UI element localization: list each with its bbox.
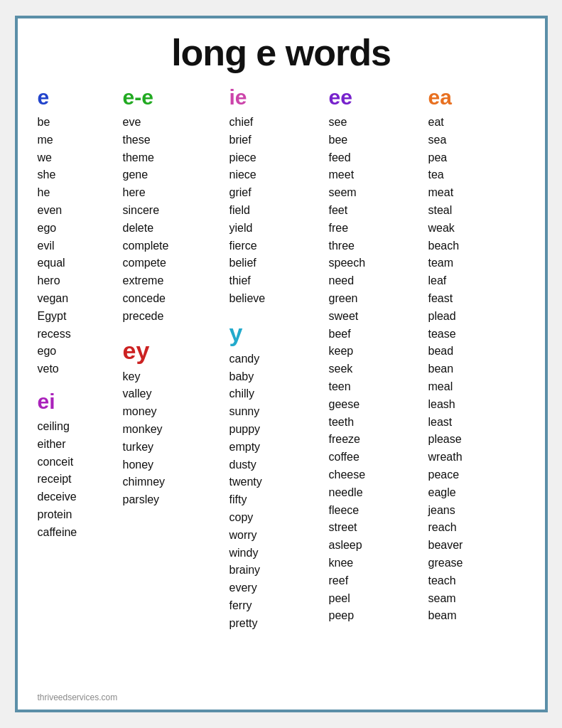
- list-item: fifty: [229, 491, 322, 509]
- list-item: fierce: [229, 237, 322, 255]
- list-item: coffee: [329, 449, 421, 466]
- list-item: conceit: [38, 454, 116, 471]
- list-item: vegan: [38, 290, 116, 308]
- list-item: asleep: [329, 537, 421, 555]
- list-item: twenty: [229, 473, 322, 491]
- list-item: peace: [428, 466, 521, 484]
- list-item: reach: [428, 519, 521, 537]
- list-item: deceive: [38, 488, 116, 506]
- list-item: niece: [229, 166, 322, 184]
- list-item: chief: [229, 114, 322, 132]
- list-item: sunny: [229, 403, 322, 421]
- list-item: sea: [428, 132, 521, 149]
- list-item: peel: [329, 590, 421, 608]
- list-item: even: [38, 202, 116, 220]
- list-item: teen: [329, 378, 421, 396]
- list-item: meet: [329, 166, 421, 184]
- list-item: piece: [229, 149, 322, 167]
- list-item: monkey: [123, 421, 222, 439]
- list-item: windy: [229, 545, 322, 562]
- list-item: steal: [428, 202, 521, 220]
- list-item: recess: [38, 326, 116, 343]
- list-item: team: [428, 255, 521, 272]
- list-item: keep: [329, 343, 421, 360]
- list-item: three: [329, 237, 421, 255]
- list-item: hero: [38, 272, 116, 290]
- list-item: extreme: [123, 272, 222, 290]
- list-item: theme: [123, 149, 222, 167]
- col-e-header: e: [38, 87, 116, 108]
- list-item: yield: [229, 220, 322, 237]
- list-item: speech: [329, 255, 421, 272]
- footer-text: thriveedservices.com: [38, 692, 118, 702]
- list-item: caffeine: [38, 524, 116, 542]
- col-ey-words: keyvalleymoneymonkeyturkeyhoneychimneypa…: [123, 368, 222, 509]
- page-title: long e words: [38, 31, 525, 74]
- col-ey-section: ey keyvalleymoneymonkeyturkeyhoneychimne…: [123, 338, 222, 509]
- list-item: please: [428, 431, 521, 449]
- list-item: peep: [329, 607, 421, 625]
- column-ea: ea eatseapeateameatstealweakbeachteamlea…: [428, 87, 521, 625]
- list-item: copy: [229, 509, 322, 527]
- list-item: free: [329, 220, 421, 237]
- list-item: eat: [428, 114, 521, 132]
- col-ey-header: ey: [123, 338, 222, 363]
- list-item: tea: [428, 166, 521, 184]
- list-item: beaver: [428, 537, 521, 555]
- list-item: cheese: [329, 466, 421, 484]
- list-item: grease: [428, 555, 521, 572]
- list-item: baby: [229, 368, 322, 386]
- list-item: gene: [123, 166, 222, 184]
- list-item: seam: [428, 590, 521, 608]
- list-item: plead: [428, 308, 521, 326]
- list-item: turkey: [123, 439, 222, 456]
- list-item: weak: [428, 220, 521, 237]
- col-e-words: bemewesheheevenegoevilequalheroveganEgyp…: [38, 114, 116, 378]
- list-item: bean: [428, 360, 521, 378]
- col-ie-words: chiefbriefpieceniecegrieffieldyieldfierc…: [229, 114, 322, 308]
- list-item: me: [38, 132, 116, 149]
- list-item: worry: [229, 527, 322, 545]
- col-e-e-words: evethesethemegeneheresinceredeletecomple…: [123, 114, 222, 326]
- list-item: freeze: [329, 431, 421, 449]
- list-item: bee: [329, 132, 421, 149]
- list-item: knee: [329, 555, 421, 572]
- col-y-header: y: [229, 321, 322, 345]
- list-item: seek: [329, 360, 421, 378]
- col-y-words: candybabychillysunnypuppyemptydustytwent…: [229, 350, 322, 633]
- list-item: brief: [229, 132, 322, 149]
- col-ee-words: seebeefeedmeetseemfeetfreethreespeechnee…: [329, 114, 421, 625]
- list-item: receipt: [38, 471, 116, 488]
- list-item: chilly: [229, 385, 322, 403]
- column-ie: ie chiefbriefpieceniecegrieffieldyieldfi…: [229, 87, 322, 633]
- list-item: here: [123, 184, 222, 202]
- list-item: beam: [428, 607, 521, 625]
- list-item: valley: [123, 385, 222, 403]
- list-item: least: [428, 414, 521, 432]
- list-item: beef: [329, 326, 421, 343]
- list-item: need: [329, 272, 421, 290]
- list-item: jeans: [428, 502, 521, 520]
- list-item: every: [229, 579, 322, 597]
- list-item: brainy: [229, 562, 322, 579]
- list-item: reef: [329, 572, 421, 590]
- list-item: eagle: [428, 484, 521, 502]
- list-item: sincere: [123, 202, 222, 220]
- list-item: bead: [428, 343, 521, 360]
- list-item: either: [38, 436, 116, 454]
- list-item: equal: [38, 255, 116, 272]
- list-item: teeth: [329, 414, 421, 432]
- list-item: teach: [428, 572, 521, 590]
- col-y-section: y candybabychillysunnypuppyemptydustytwe…: [229, 321, 322, 633]
- list-item: delete: [123, 220, 222, 237]
- list-item: grief: [229, 184, 322, 202]
- list-item: meal: [428, 378, 521, 396]
- column-e-e: e-e evethesethemegeneheresinceredeleteco…: [123, 87, 222, 509]
- list-item: ego: [38, 220, 116, 237]
- list-item: street: [329, 519, 421, 537]
- list-item: feed: [329, 149, 421, 167]
- list-item: protein: [38, 506, 116, 524]
- col-e-e-header: e-e: [123, 87, 222, 108]
- col-ei-section: ei ceilingeitherconceitreceiptdeceivepro…: [38, 391, 116, 542]
- list-item: be: [38, 114, 116, 132]
